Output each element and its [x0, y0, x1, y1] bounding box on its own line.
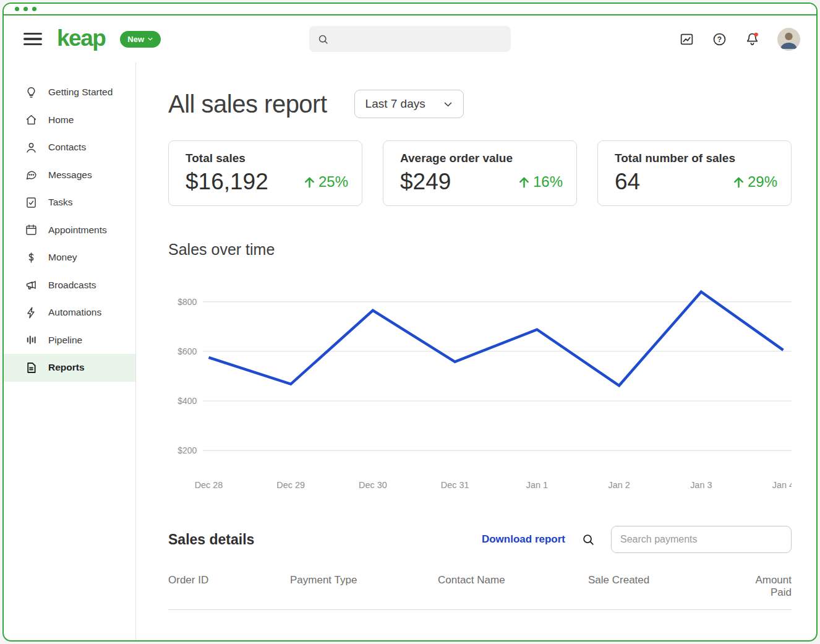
svg-text:Jan 3: Jan 3	[690, 480, 712, 490]
sidebar-item-broadcasts[interactable]: Broadcasts	[4, 272, 135, 299]
keap-logo: keap	[57, 27, 105, 52]
window-dot	[32, 7, 36, 11]
sales-details-header: Sales details Download report	[168, 526, 792, 553]
bolt-icon	[25, 306, 38, 319]
sales-details-title: Sales details	[168, 531, 254, 548]
sidebar: Getting Started Home Contacts Messages T…	[4, 62, 136, 640]
sidebar-item-money[interactable]: Money	[4, 244, 135, 272]
sidebar-item-messages[interactable]: Messages	[4, 161, 135, 189]
stat-cards: Total sales $16,192 25% Average order va…	[168, 140, 792, 206]
chat-icon	[25, 168, 38, 181]
svg-text:Jan 2: Jan 2	[608, 480, 630, 490]
page-title: All sales report	[168, 90, 327, 118]
chart-title: Sales over time	[168, 241, 792, 259]
svg-text:Dec 31: Dec 31	[441, 480, 469, 490]
dollar-icon	[25, 251, 38, 264]
report-icon	[25, 361, 38, 374]
sidebar-item-label: Pipeline	[48, 335, 82, 346]
sidebar-item-label: Appointments	[48, 225, 107, 236]
stat-label: Total number of sales	[615, 152, 777, 165]
sidebar-item-reports[interactable]: Reports	[4, 354, 135, 382]
sidebar-item-label: Automations	[48, 307, 101, 318]
sales-over-time-chart: $200$400$600$800Dec 28Dec 29Dec 30Dec 31…	[168, 271, 792, 496]
date-range-value: Last 7 days	[365, 97, 425, 111]
up-arrow-icon	[302, 175, 317, 189]
avatar[interactable]	[777, 28, 800, 51]
svg-text:$200: $200	[177, 445, 197, 455]
svg-text:Dec 29: Dec 29	[276, 480, 305, 490]
sidebar-item-automations[interactable]: Automations	[4, 299, 135, 327]
sales-chart: $200$400$600$800Dec 28Dec 29Dec 30Dec 31…	[168, 271, 792, 496]
svg-text:Jan 1: Jan 1	[526, 480, 548, 490]
window-dot	[23, 7, 28, 11]
sidebar-item-label: Contacts	[48, 142, 86, 153]
download-report-link[interactable]: Download report	[482, 533, 565, 546]
chevron-down-icon	[443, 99, 453, 109]
sidebar-item-label: Home	[48, 114, 74, 126]
menu-icon[interactable]	[23, 30, 42, 48]
checklist-icon	[25, 196, 38, 209]
svg-text:?: ?	[717, 35, 722, 43]
column-order-id: Order ID	[168, 574, 290, 599]
window-dot	[15, 7, 19, 11]
global-search[interactable]	[309, 26, 511, 52]
new-button-label: New	[127, 35, 144, 44]
sidebar-item-label: Tasks	[48, 197, 73, 208]
chevron-down-icon	[147, 36, 153, 42]
stat-value: 64	[615, 169, 640, 195]
sidebar-item-label: Broadcasts	[48, 280, 96, 291]
help-icon[interactable]: ?	[712, 32, 727, 47]
global-search-input[interactable]	[335, 33, 503, 45]
main-content: All sales report Last 7 days Total sales…	[136, 62, 816, 640]
search-icon	[317, 33, 329, 45]
notifications-icon[interactable]	[745, 32, 760, 47]
column-contact-name: Contact Name	[438, 574, 588, 599]
date-range-select[interactable]: Last 7 days	[354, 90, 464, 118]
column-amount-paid: Amount Paid	[732, 574, 792, 599]
stat-value: $249	[400, 169, 451, 195]
stat-label: Average order value	[400, 152, 563, 165]
sidebar-item-label: Money	[48, 252, 77, 263]
sidebar-item-getting-started[interactable]: Getting Started	[4, 79, 135, 106]
sidebar-item-label: Reports	[48, 362, 85, 373]
new-button[interactable]: New	[120, 31, 161, 48]
up-arrow-icon	[732, 175, 746, 189]
sidebar-item-label: Getting Started	[48, 87, 113, 98]
window-titlebar	[4, 4, 816, 15]
svg-text:Jan 4: Jan 4	[772, 480, 792, 490]
payments-search-input[interactable]	[611, 526, 792, 553]
stat-label: Total sales	[186, 152, 348, 165]
payments-search-icon[interactable]	[581, 533, 595, 546]
sidebar-item-pipeline[interactable]: Pipeline	[4, 327, 135, 354]
stat-card-total-number-of-sales: Total number of sales 64 29%	[597, 140, 792, 206]
sidebar-item-contacts[interactable]: Contacts	[4, 134, 135, 161]
calendar-icon	[25, 223, 38, 236]
stat-change: 25%	[302, 173, 348, 191]
sidebar-item-tasks[interactable]: Tasks	[4, 189, 135, 217]
stat-card-average-order-value: Average order value $249 16%	[383, 140, 577, 206]
sales-table-header: Order ID Payment Type Contact Name Sale …	[168, 574, 792, 610]
svg-text:$400: $400	[177, 396, 197, 406]
svg-text:Dec 30: Dec 30	[359, 480, 387, 490]
stat-value: $16,192	[186, 169, 268, 195]
sidebar-item-home[interactable]: Home	[4, 106, 135, 134]
stat-change: 29%	[732, 173, 777, 191]
top-navbar: keap New ?	[4, 15, 816, 62]
person-icon	[25, 141, 38, 154]
insights-icon[interactable]	[679, 32, 694, 47]
up-arrow-icon	[517, 175, 531, 189]
sidebar-item-appointments[interactable]: Appointments	[4, 217, 135, 244]
svg-text:$800: $800	[177, 297, 197, 307]
column-sale-created: Sale Created	[588, 574, 732, 599]
megaphone-icon	[25, 278, 38, 291]
sidebar-item-label: Messages	[48, 170, 92, 181]
app-window: keap New ?	[2, 2, 818, 642]
screen: keap New ?	[0, 0, 820, 644]
column-payment-type: Payment Type	[290, 574, 438, 599]
lightbulb-icon	[25, 86, 38, 99]
pipeline-icon	[25, 333, 38, 346]
svg-text:$600: $600	[177, 346, 197, 356]
home-icon	[25, 113, 38, 126]
svg-text:Dec 28: Dec 28	[195, 480, 223, 490]
stat-card-total-sales: Total sales $16,192 25%	[168, 140, 362, 206]
